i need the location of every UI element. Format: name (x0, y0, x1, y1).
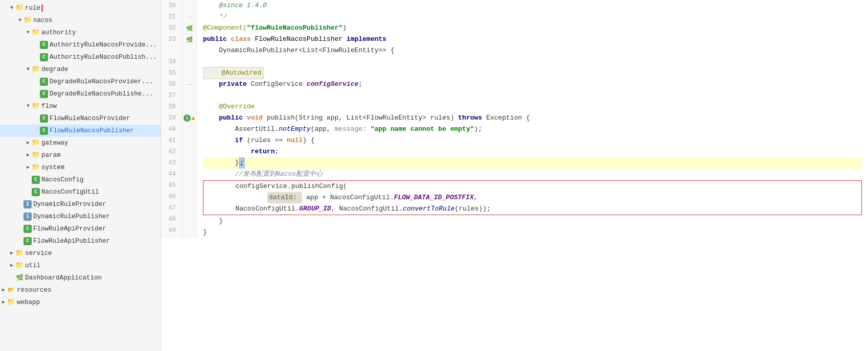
code-token: "flowRuleNacosPublisher" (247, 22, 342, 34)
sidebar-item-degrade-publisher[interactable]: C DegradeRuleNacosPublishe... (0, 88, 161, 100)
tree-arrow-flow[interactable]: ▼ (25, 101, 32, 111)
code-line-33: public class FlowRuleNacosPublisher impl… (203, 34, 862, 45)
tree-arrow-gateway[interactable]: ▶ (25, 138, 32, 148)
sidebar-item-authority-publisher[interactable]: C AuthorityRuleNacosPublish... (0, 51, 161, 63)
cursor-block: ; (239, 157, 245, 169)
sidebar-item-nacos[interactable]: ▼ 📁 nacos (0, 14, 161, 27)
sidebar-item-service[interactable]: ▶ 📁 service (0, 247, 161, 260)
line-num-45: 45 (161, 180, 178, 191)
sidebar-item-label: rule (25, 3, 40, 13)
code-line-35: @Autowired (203, 67, 862, 79)
sidebar-item-dynamic-rule-provider[interactable]: I DynamicRuleProvider (0, 198, 161, 210)
code-editor[interactable]: 30 31 32 33 34 35 36 37 38 39 40 41 42 4… (161, 0, 868, 351)
class-icon: C (40, 78, 48, 86)
tree-arrow-system[interactable]: ▶ (25, 162, 32, 173)
sidebar-item-label: FlowRuleApiPublisher (33, 236, 110, 246)
line-num-37: 37 (161, 90, 178, 101)
sidebar-item-label: service (25, 248, 52, 259)
code-line-34 (203, 56, 862, 67)
code-line-48: } (203, 216, 862, 227)
code-token: , NacosConfigUtil. (331, 203, 403, 215)
sidebar-item-param[interactable]: ▶ 📁 param (0, 149, 161, 161)
sidebar-item-webapp[interactable]: ▶ 📁 webapp (0, 296, 161, 309)
gutter-48 (184, 214, 195, 225)
code-line-37 (203, 90, 862, 101)
code-token: } (203, 157, 239, 169)
code-token (203, 146, 251, 157)
line-num-47: 47 (161, 202, 178, 214)
sidebar-item-flow-api-provider[interactable]: C FlowRuleApiProvider (0, 223, 161, 235)
sidebar-item-label: gateway (41, 138, 68, 148)
sidebar-item-flow-api-publisher[interactable]: C FlowRuleApiPublisher (0, 235, 161, 247)
code-token (203, 79, 219, 90)
sidebar-item-flow-provider[interactable]: C FlowRuleNacosProvider (0, 112, 161, 125)
sidebar-item-label: NacosConfigUtil (41, 187, 99, 197)
class-icon: C (40, 41, 48, 49)
sidebar-item-label: AuthorityRuleNacosPublish... (50, 52, 157, 62)
code-token: (app, (311, 124, 335, 135)
code-line-49: } (203, 227, 862, 238)
gutter-39: i ▲ (184, 112, 195, 124)
code-token: message: (334, 124, 370, 135)
tree-arrow-webapp[interactable]: ▶ (0, 297, 7, 308)
code-token: NacosConfigUtil. (203, 203, 299, 215)
gutter-37 (184, 90, 195, 101)
sidebar-item-rule[interactable]: ▼ 📁 rule (0, 2, 161, 14)
warn-icon: ▲ (191, 114, 195, 122)
gutter-33b (184, 45, 195, 56)
sidebar-item-label: AuthorityRuleNacosProvide... (50, 40, 157, 50)
code-line-30: @since 1.4.0 (203, 0, 862, 11)
interface-icon: I (24, 200, 32, 208)
code-token: } (203, 227, 207, 238)
code-line-42: return; (203, 146, 862, 157)
tree-arrow-util[interactable]: ▶ (8, 261, 15, 271)
code-token: @since 1.4.0 (203, 0, 267, 11)
folder-icon: 📁 (32, 29, 40, 37)
code-line-36: private ConfigService configService; (203, 79, 862, 90)
gutter-43 (184, 157, 195, 169)
code-token: FlowRuleNacosPublisher (255, 34, 346, 45)
folder-icon: 📁 (24, 16, 32, 25)
sidebar-item-degrade-provider[interactable]: C DegradeRuleNacosProvider... (0, 76, 161, 88)
sidebar-item-resources[interactable]: ▶ 📂 resources (0, 284, 161, 296)
sidebar-item-label: nacos (33, 15, 53, 26)
sidebar-item-authority[interactable]: ▼ 📁 authority (0, 27, 161, 39)
code-token: publishConfig( (291, 181, 347, 192)
sidebar-item-nacos-config[interactable]: C NacosConfig (0, 174, 161, 186)
sidebar-item-dynamic-rule-publisher[interactable]: I DynamicRulePublisher (0, 210, 161, 223)
spring-bean-icon: 🌿 (186, 25, 193, 32)
sidebar-item-label: FlowRuleNacosProvider (50, 113, 130, 124)
gutter-42 (184, 146, 195, 157)
line-num-31: 31 (161, 11, 178, 22)
sidebar-item-label: NacosConfig (41, 175, 84, 185)
code-token: GROUP_ID (299, 203, 331, 215)
sidebar-item-authority-provider[interactable]: C AuthorityRuleNacosProvide... (0, 39, 161, 51)
sidebar-item-gateway[interactable]: ▶ 📁 gateway (0, 137, 161, 149)
class-icon: C (24, 225, 32, 233)
sidebar-item-flow-publisher[interactable]: C FlowRuleNacosPublisher (0, 125, 161, 137)
code-token: class (231, 34, 255, 45)
fold-icon[interactable]: — (188, 14, 191, 20)
code-token: if (235, 135, 246, 146)
tree-arrow-authority[interactable]: ▼ (25, 28, 32, 38)
edit-icon: → (188, 81, 191, 87)
sidebar-item-nacos-config-util[interactable]: C NacosConfigUtil (0, 186, 161, 198)
sidebar-item-util[interactable]: ▶ 📁 util (0, 260, 161, 272)
line-num-41: 41 (161, 135, 178, 146)
tree-arrow-nacos[interactable]: ▼ (16, 15, 24, 26)
line-num-32: 32 (161, 22, 178, 34)
tree-arrow-resources[interactable]: ▶ (0, 285, 7, 295)
sidebar-item-system[interactable]: ▶ 📁 system (0, 161, 161, 174)
gutter-47 (184, 202, 195, 214)
spring-bean2-icon: 🌿 (186, 36, 193, 43)
tree-arrow-service[interactable]: ▶ (8, 248, 15, 259)
throws-keyword: throws (458, 112, 486, 124)
sidebar-item-degrade[interactable]: ▼ 📁 degrade (0, 63, 161, 76)
tree-arrow-rule[interactable]: ▼ (8, 3, 15, 13)
tree-arrow-param[interactable]: ▶ (25, 150, 32, 160)
class-icon: C (32, 188, 40, 196)
code-token: private (219, 79, 250, 90)
sidebar-item-dashboard-app[interactable]: 🌿 DashboardApplication (0, 272, 161, 284)
sidebar-item-flow[interactable]: ▼ 📁 flow (0, 100, 161, 112)
tree-arrow-degrade[interactable]: ▼ (25, 64, 32, 75)
